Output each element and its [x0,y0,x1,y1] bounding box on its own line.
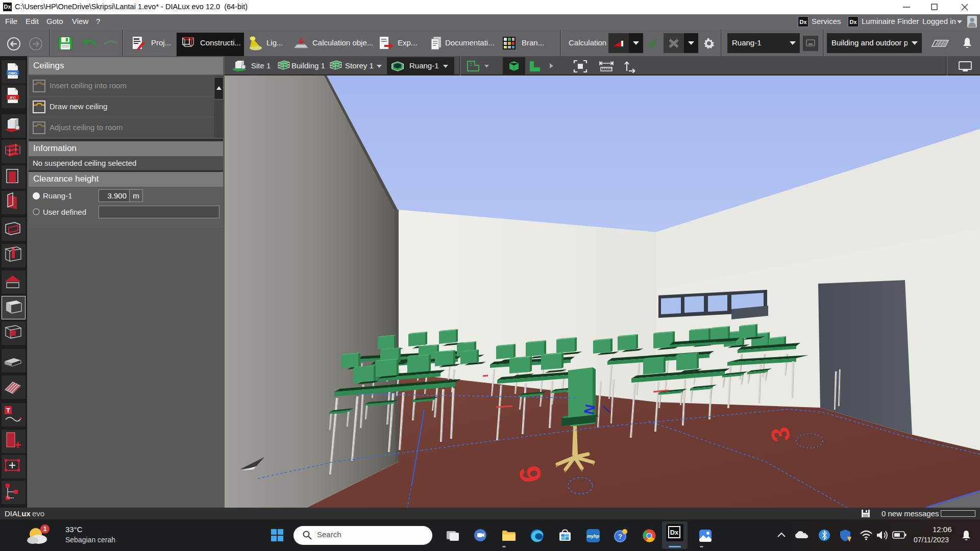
svg-text:T: T [6,407,10,414]
svg-text:DWG: DWG [8,71,17,75]
svg-text:IFC: IFC [10,96,15,99]
svg-text:?: ? [618,533,622,540]
svg-text:1: 1 [43,525,47,533]
svg-text:myhp: myhp [587,534,600,539]
